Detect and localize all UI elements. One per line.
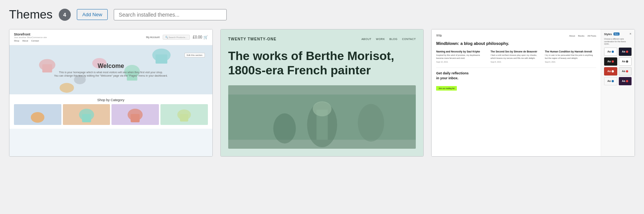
- tt3-style-7[interactable]: Aa: [604, 77, 617, 85]
- tt3-dot-1: [612, 51, 614, 53]
- sf-hero: Edit this section Welcome This is your h…: [9, 45, 212, 94]
- tt1-image: [228, 85, 416, 149]
- tt3-preview: TT3 About Books All Posts Mindblown: a b…: [432, 29, 635, 156]
- tt3-tagline: Mindblown: a blog about philosophy.: [436, 41, 596, 46]
- theme-card-tt1: TWENTY TWENTY-ONE ABOUT WORK BLOG CONTAC…: [220, 29, 424, 157]
- tt3-close-btn[interactable]: ✕: [629, 32, 632, 35]
- tt3-style-8[interactable]: Aa: [619, 77, 632, 85]
- tt1-nav-about: ABOUT: [362, 38, 372, 40]
- sf-nav-shop: Shop: [14, 40, 19, 42]
- svg-rect-15: [180, 114, 188, 122]
- tt3-dot-2: [626, 51, 628, 53]
- tt3-article-3: The Human Condition by Hannah Arendt I t…: [545, 50, 596, 63]
- tt1-nav-work: WORK: [376, 38, 385, 40]
- tt3-main: TT3 About Books All Posts Mindblown: a b…: [432, 29, 601, 156]
- svg-point-9: [31, 112, 44, 123]
- sf-logo: Storefront: [14, 32, 47, 36]
- tt3-cta: Get daily reflectionsin your inbox.: [436, 71, 596, 80]
- tt1-nav-contact: CONTACT: [402, 38, 416, 40]
- themes-grid: Storefront Just another WooCommerce site…: [9, 29, 635, 157]
- storefront-footer: Active: Storefront Customize: [9, 156, 212, 157]
- tt1-site-name: TWENTY TWENTY-ONE: [228, 37, 276, 41]
- sf-welcome-text: Welcome: [15, 63, 206, 69]
- tt3-sidebar-title-area: Styles Beta: [604, 32, 620, 35]
- tt1-preview: TWENTY TWENTY-ONE ABOUT WORK BLOG CONTAC…: [221, 29, 424, 156]
- tt3-article-date-2: Sept 8, 2021: [491, 61, 542, 63]
- tt3-nav-about: About: [569, 35, 575, 37]
- tt3-styles-badge: Beta: [613, 32, 620, 35]
- svg-rect-13: [131, 114, 140, 122]
- tt3-nav: About Books All Posts: [569, 35, 596, 37]
- search-input[interactable]: [114, 9, 227, 20]
- tt3-sidebar-title: Styles: [604, 33, 612, 35]
- svg-point-19: [358, 104, 384, 142]
- storefront-preview: Storefront Just another WooCommerce site…: [9, 29, 212, 156]
- tt3-style-3[interactable]: Aa: [604, 57, 617, 66]
- tt1-footer: Twenty Twenty-One: [221, 156, 424, 157]
- tt3-sidebar-desc: Choose a different style combination for…: [604, 38, 632, 45]
- tt3-style-grid: Aa Aa Aa Aa Aa: [604, 48, 632, 85]
- tt1-nav: ABOUT WORK BLOG CONTACT: [362, 38, 416, 40]
- tt3-article-2: The Second Sex by Simone de Beauvoir I f…: [491, 50, 542, 63]
- tt3-sidebar: Styles Beta ✕ Choose a different style c…: [601, 29, 635, 156]
- tt1-nav-blog: BLOG: [389, 38, 397, 40]
- tt3-dot-5: [612, 70, 614, 72]
- tt3-sidebar-header: Styles Beta ✕: [604, 32, 632, 35]
- tt3-article-body-3: I try in vain to be persuaded that the p…: [545, 54, 596, 60]
- tt3-article-title-3: The Human Condition by Hannah Arendt: [545, 50, 596, 53]
- tt3-header: TT3 About Books All Posts: [436, 34, 596, 37]
- sf-logo-area: Storefront Just another WooCommerce site…: [14, 32, 47, 42]
- tt3-footer: Twenty Twenty-Three: [432, 156, 635, 157]
- sf-desc2: You can change this text by editing the …: [15, 74, 206, 77]
- sf-desc1: This is your homepage which is what most…: [15, 71, 206, 74]
- tt3-cta-btn[interactable]: Join our mailing list: [436, 86, 457, 91]
- tt3-divider: [436, 68, 596, 68]
- tt3-nav-books: Books: [578, 35, 584, 37]
- sf-header: Storefront Just another WooCommerce site…: [9, 29, 212, 45]
- tt3-dot-8: [626, 80, 628, 82]
- tt3-dot-3: [612, 60, 614, 63]
- theme-count-badge: 4: [59, 9, 71, 21]
- sf-product-1: [14, 104, 61, 125]
- tt3-logo: TT3: [436, 34, 441, 37]
- svg-rect-3: [156, 54, 167, 63]
- svg-point-4: [60, 83, 74, 93]
- tt1-hero-text: The works of Berthe Morisot, 1800s-era F…: [228, 49, 416, 78]
- tt3-dot-7: [612, 80, 614, 82]
- sf-nav-about: About: [22, 40, 28, 42]
- svg-point-18: [273, 113, 296, 143]
- sf-cart: £0.00 🛒: [193, 35, 208, 39]
- tt3-article-date-3: Sept 6, 2021: [545, 61, 596, 63]
- tt1-header: TWENTY TWENTY-ONE ABOUT WORK BLOG CONTAC…: [228, 37, 416, 41]
- sf-product-2: [63, 104, 110, 125]
- svg-point-21: [313, 101, 331, 116]
- svg-rect-11: [82, 114, 91, 122]
- tt3-article-body-1: Inspired by this wind of promise, my day…: [436, 54, 487, 60]
- sf-my-account: My Account: [146, 36, 160, 38]
- sf-nav-contact: Contact: [31, 40, 39, 42]
- sf-tagline: Just another WooCommerce site: [14, 36, 47, 38]
- page-title: Themes: [9, 8, 53, 22]
- tt3-article-date-1: Sept 10, 2021: [436, 61, 487, 63]
- tt3-article-title-1: Naming and Necessity by Saul Kripke: [436, 50, 487, 53]
- sf-edit-btn[interactable]: Edit this section: [185, 53, 205, 57]
- sf-header-right: My Account 🔍 Search Products... £0.00 🛒: [146, 35, 208, 40]
- tt3-style-6[interactable]: Aa: [619, 67, 632, 75]
- theme-card-tt3: TT3 About Books All Posts Mindblown: a b…: [431, 29, 635, 157]
- sf-shop-title: Shop by Category: [14, 98, 208, 102]
- add-new-button[interactable]: Add New: [77, 9, 108, 20]
- sf-search: 🔍 Search Products...: [163, 35, 190, 40]
- tt3-dot-4: [626, 60, 628, 63]
- sf-nav: Shop About Contact: [14, 40, 47, 42]
- tt3-style-2[interactable]: Aa: [619, 48, 632, 56]
- tt3-article-body-2: I feel a cold northern breeze play upon …: [491, 54, 542, 60]
- tt3-dot-6: [626, 70, 628, 72]
- sf-products: [14, 104, 208, 125]
- page-header: Themes 4 Add New: [9, 8, 635, 22]
- tt3-style-1[interactable]: Aa: [604, 48, 617, 56]
- tt3-article-title-2: The Second Sex by Simone de Beauvoir: [491, 50, 542, 53]
- tt3-style-4[interactable]: Aa: [619, 57, 632, 66]
- tt3-style-5[interactable]: Aa: [604, 67, 617, 75]
- sf-shop-section: Shop by Category: [9, 94, 212, 129]
- tt3-article-1: Naming and Necessity by Saul Kripke Insp…: [436, 50, 487, 63]
